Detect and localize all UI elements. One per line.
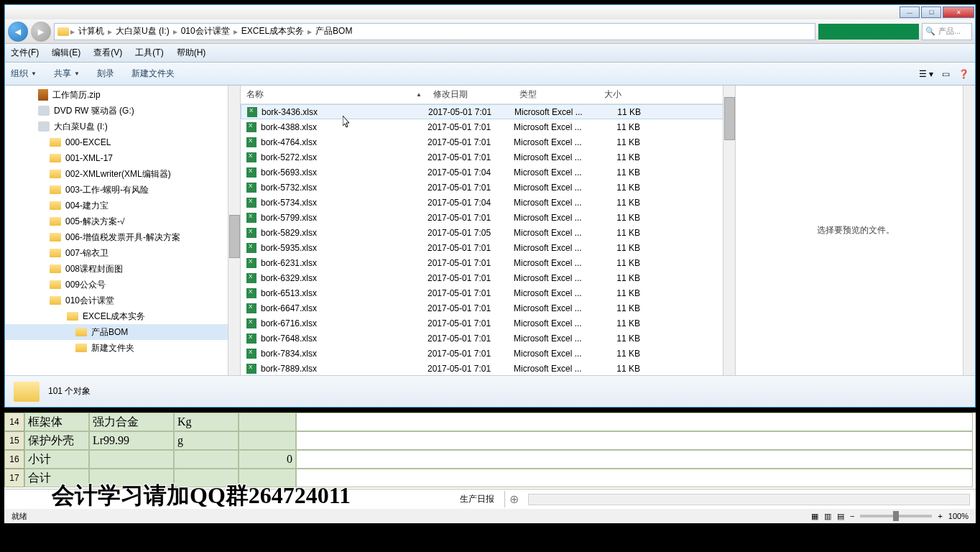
file-row[interactable]: bork-7889.xlsx 2017-05-01 7:01 Microsoft… [241,361,735,375]
tree-item[interactable]: 006-增值税发票开具-解决方案 [5,229,240,245]
tree-item[interactable]: EXCEL成本实务 [5,308,240,324]
file-row[interactable]: bork-5829.xlsx 2017-05-01 7:05 Microsoft… [241,225,735,240]
tree-item[interactable]: 010会计课堂 [5,293,240,308]
file-row[interactable]: bork-4764.xlsx 2017-05-01 7:01 Microsoft… [241,134,735,150]
add-sheet-button[interactable]: ⊕ [505,492,522,506]
cell[interactable]: g [174,431,239,450]
tree-item[interactable]: 003-工作-螺明-有风险 [5,182,240,198]
row-header[interactable]: 17 [4,469,24,487]
breadcrumb-item[interactable]: 大白菜U盘 (I:) [114,25,172,37]
view-mode-button[interactable]: ☰ ▾ [919,69,933,79]
zoom-out-button[interactable]: − [850,512,854,520]
breadcrumb-item[interactable]: EXCEL成本实务 [239,25,306,37]
col-date[interactable]: 修改日期 [427,88,514,101]
tree-item[interactable]: 004-建力宝 [5,198,240,213]
cell[interactable] [296,469,973,487]
cell[interactable]: 保护外壳 [24,431,89,450]
file-row[interactable]: bork-5732.xlsx 2017-05-01 7:01 Microsoft… [241,180,735,195]
cell[interactable] [89,450,174,469]
file-row[interactable]: bork-6329.xlsx 2017-05-01 7:01 Microsoft… [241,270,735,285]
maximize-button[interactable]: ☐ [921,6,941,18]
share-button[interactable]: 共享▼ [54,68,80,80]
menu-file[interactable]: 文件(F) [11,47,39,59]
excel-row[interactable]: 16 小计 0 [4,450,976,469]
zoom-slider[interactable] [860,515,932,518]
tree-item[interactable]: 002-XMLwriter(XML编辑器) [5,166,240,182]
menu-help[interactable]: 帮助(H) [177,47,206,59]
tree-item[interactable]: 001-XML-17 [5,150,240,166]
sheet-tab[interactable]: 生产日报 [450,491,505,507]
search-input[interactable]: 🔍 产品... [922,23,972,40]
breadcrumb-item[interactable]: 产品BOM [313,25,354,37]
cell[interactable] [239,431,296,450]
file-row[interactable]: bork-5935.xlsx 2017-05-01 7:01 Microsoft… [241,240,735,255]
file-row[interactable]: bork-3436.xlsx 2017-05-01 7:01 Microsoft… [241,104,735,119]
row-header[interactable]: 16 [4,450,24,469]
view-break-icon[interactable]: ▤ [837,512,844,521]
cell[interactable]: 框架体 [24,413,89,431]
cell[interactable]: 小计 [24,450,89,469]
cell[interactable]: Lr99.99 [89,431,174,450]
excel-row[interactable]: 15 保护外壳 Lr99.99 g [4,431,976,450]
tree-item[interactable]: 产品BOM [5,324,240,340]
file-row[interactable]: bork-5693.xlsx 2017-05-01 7:04 Microsoft… [241,165,735,180]
tree-item[interactable]: 新建文件夹 [5,340,240,356]
col-name[interactable]: 名称 ▲ [241,88,427,101]
excel-row[interactable]: 14 框架体 强力合金 Kg [4,413,976,431]
cell[interactable] [296,431,973,450]
file-row[interactable]: bork-5272.xlsx 2017-05-01 7:01 Microsoft… [241,150,735,165]
menu-edit[interactable]: 编辑(E) [52,47,80,59]
cell[interactable]: Kg [174,413,239,431]
cell[interactable] [239,413,296,431]
file-row[interactable]: bork-5734.xlsx 2017-05-01 7:04 Microsoft… [241,195,735,210]
file-row[interactable]: bork-6231.xlsx 2017-05-01 7:01 Microsoft… [241,255,735,270]
file-scrollbar[interactable] [723,86,735,375]
new-folder-button[interactable]: 新建文件夹 [131,68,175,80]
tree-item[interactable]: 000-EXCEL [5,134,240,150]
close-button[interactable]: ✕ [943,6,974,18]
row-header[interactable]: 14 [4,413,24,431]
horizontal-scrollbar[interactable] [528,494,970,505]
file-list[interactable]: 名称 ▲ 修改日期 类型 大小 bork-3436.xlsx 2017-05-0… [241,86,735,375]
forward-button[interactable]: ► [31,22,51,42]
tree-item[interactable]: 工作简历.zip [5,87,240,103]
tree-item[interactable]: 009公众号 [5,277,240,293]
file-row[interactable]: bork-7834.xlsx 2017-05-01 7:01 Microsoft… [241,346,735,361]
breadcrumb-item[interactable]: 010会计课堂 [179,25,232,37]
row-header[interactable]: 15 [4,431,24,450]
cell[interactable] [174,450,239,469]
file-row[interactable]: bork-6647.xlsx 2017-05-01 7:01 Microsoft… [241,300,735,316]
file-row[interactable]: bork-7648.xlsx 2017-05-01 7:01 Microsoft… [241,331,735,346]
breadcrumb-item[interactable]: 计算机 [76,25,106,37]
organize-button[interactable]: 组织▼ [11,68,37,80]
tree-scrollbar[interactable] [228,86,240,375]
col-type[interactable]: 类型 [514,88,598,101]
tree-item[interactable]: 大白菜U盘 (I:) [5,119,240,134]
file-row[interactable]: bork-6716.xlsx 2017-05-01 7:01 Microsoft… [241,316,735,331]
tree-item[interactable]: 005-解决方案-√ [5,213,240,229]
preview-scrollbar[interactable] [963,86,975,375]
tree-item[interactable]: 008课程封面图 [5,261,240,277]
tree-panel[interactable]: 工作简历.zipDVD RW 驱动器 (G:)大白菜U盘 (I:)000-EXC… [5,86,241,375]
tree-item[interactable]: DVD RW 驱动器 (G:) [5,103,240,119]
view-normal-icon[interactable]: ▦ [811,512,818,521]
minimize-button[interactable]: — [900,6,920,18]
tree-item[interactable]: 007-锦衣卫 [5,245,240,261]
menu-tools[interactable]: 工具(T) [135,47,163,59]
back-button[interactable]: ◄ [8,22,28,42]
file-row[interactable]: bork-6513.xlsx 2017-05-01 7:01 Microsoft… [241,285,735,300]
view-layout-icon[interactable]: ▥ [824,512,831,521]
zoom-in-button[interactable]: + [938,512,942,520]
cell[interactable]: 强力合金 [89,413,174,431]
cell[interactable]: 0 [239,450,296,469]
col-size[interactable]: 大小 [598,88,649,101]
menu-view[interactable]: 查看(V) [93,47,122,59]
cell[interactable] [296,450,973,469]
help-icon[interactable]: ❓ [958,69,969,79]
burn-button[interactable]: 刻录 [97,68,114,80]
file-row[interactable]: bork-4388.xlsx 2017-05-01 7:01 Microsoft… [241,119,735,134]
breadcrumb[interactable]: ▸ 计算机▸ 大白菜U盘 (I:)▸ 010会计课堂▸ EXCEL成本实务▸ 产… [54,23,815,40]
preview-toggle-button[interactable]: ▭ [942,69,950,79]
cell[interactable] [296,413,973,431]
file-row[interactable]: bork-5799.xlsx 2017-05-01 7:01 Microsoft… [241,210,735,225]
